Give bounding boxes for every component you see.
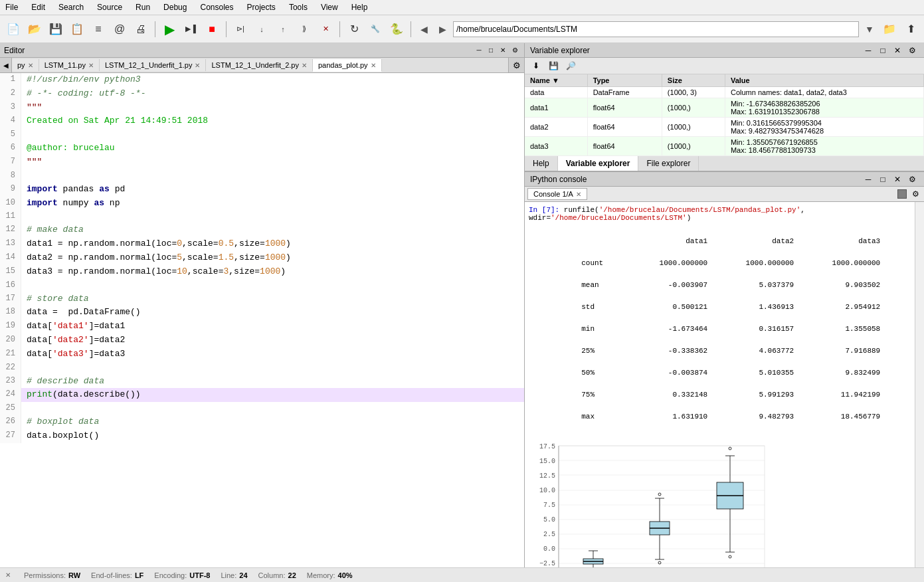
tab-py[interactable]: py ✕ bbox=[12, 59, 39, 71]
ipython-console-tab[interactable]: Console 1/A ✕ bbox=[527, 188, 587, 200]
menu-source[interactable]: Source bbox=[94, 1, 125, 13]
menu-projects[interactable]: Projects bbox=[244, 1, 278, 13]
tab-pandas-close[interactable]: ✕ bbox=[371, 62, 376, 69]
tab-lstm2-label: LSTM_12_1_Underfit_2.py bbox=[211, 61, 298, 69]
path-input[interactable] bbox=[453, 21, 859, 37]
panel-tabs: Help Variable explorer File explorer bbox=[525, 156, 924, 171]
debug-step-in-button[interactable]: ↓ bbox=[252, 20, 271, 39]
var-row-data1[interactable]: data1 float64 (1000,) Min: -1.6734638826… bbox=[525, 98, 924, 118]
editor-close-button[interactable]: ✕ bbox=[498, 45, 508, 56]
line-content-19: data['data1']=data1 bbox=[21, 320, 524, 334]
var-import-button[interactable]: ⬇ bbox=[529, 59, 543, 72]
ipython-stop-button[interactable] bbox=[897, 189, 907, 199]
menu-run[interactable]: Run bbox=[133, 1, 153, 13]
up-button[interactable]: ⬆ bbox=[901, 20, 920, 39]
line-num-2: 2 bbox=[0, 87, 21, 101]
menu-file[interactable]: File bbox=[3, 1, 21, 13]
statusbar-left: ✕ bbox=[5, 571, 13, 579]
var-explorer-maximize-button[interactable]: □ bbox=[876, 45, 889, 56]
col-value[interactable]: Value bbox=[725, 74, 923, 87]
var-explorer-settings-button[interactable]: ⚙ bbox=[905, 45, 919, 56]
debug-continue-button[interactable]: ⟫ bbox=[295, 20, 314, 39]
col-size[interactable]: Size bbox=[662, 74, 725, 87]
tab-pandas[interactable]: pandas_plot.py ✕ bbox=[313, 59, 382, 72]
nav-back-button[interactable]: ◀ bbox=[416, 21, 432, 37]
editor-content[interactable]: 1 #!/usr/bin/env python3 2 # -*- coding:… bbox=[0, 73, 524, 567]
path-dropdown-button[interactable]: ▼ bbox=[862, 21, 878, 37]
at-button[interactable]: @ bbox=[110, 20, 129, 39]
debug-step-out-button[interactable]: ↑ bbox=[274, 20, 292, 39]
var-row-data3[interactable]: data3 float64 (1000,) Min: 1.35505766719… bbox=[525, 137, 924, 156]
reload-button[interactable]: ↻ bbox=[345, 20, 363, 39]
var-save-button[interactable]: 💾 bbox=[546, 59, 561, 72]
browse-button[interactable]: 📁 bbox=[880, 20, 899, 39]
line-num-9: 9 bbox=[0, 183, 21, 197]
tab-lstm1[interactable]: LSTM_12_1_Underfit_1.py ✕ bbox=[100, 59, 206, 71]
panel-tab-file-explorer[interactable]: File explorer bbox=[638, 156, 699, 171]
list-button[interactable]: ≡ bbox=[89, 20, 108, 39]
tab-lstm11[interactable]: LSTM_11.py ✕ bbox=[39, 59, 100, 71]
ipython-content[interactable]: In [7]: runfile('/home/brucelau/Document… bbox=[525, 202, 924, 567]
var-explorer-minimize-button[interactable]: ─ bbox=[862, 45, 875, 56]
menu-help[interactable]: Help bbox=[349, 1, 371, 13]
var-explorer-close-button[interactable]: ✕ bbox=[891, 45, 904, 56]
ipython-maximize-button[interactable]: □ bbox=[876, 173, 889, 185]
tab-lstm2-close[interactable]: ✕ bbox=[302, 62, 307, 69]
col-name[interactable]: Name ▼ bbox=[525, 74, 587, 87]
ipython-console-tab-close[interactable]: ✕ bbox=[576, 191, 581, 198]
menu-consoles[interactable]: Consoles bbox=[197, 1, 236, 13]
ipython-scrollbar[interactable] bbox=[915, 202, 924, 567]
nav-forward-button[interactable]: ▶ bbox=[434, 21, 450, 37]
code-line-7: 7 """ bbox=[0, 155, 524, 169]
save-file-button[interactable]: 💾 bbox=[46, 20, 65, 39]
statusbar-memory-value: 40% bbox=[338, 571, 353, 579]
line-num-3: 3 bbox=[0, 101, 21, 115]
inspect-button[interactable]: 🔧 bbox=[366, 20, 385, 39]
run-button[interactable]: ▶ bbox=[160, 20, 179, 39]
line-num-14: 14 bbox=[0, 251, 21, 265]
debug-step-over-button[interactable]: ⊳| bbox=[231, 20, 250, 39]
print-button[interactable]: 🖨 bbox=[132, 20, 150, 39]
ipython-settings-button[interactable]: ⚙ bbox=[905, 173, 919, 185]
tab-options-button[interactable]: ⚙ bbox=[508, 58, 524, 72]
panel-tab-help[interactable]: Help bbox=[525, 156, 558, 171]
python-button[interactable]: 🐍 bbox=[387, 20, 406, 39]
editor-tabs: ◀ py ✕ LSTM_11.py ✕ LSTM_12_1_Underfit_1… bbox=[0, 58, 524, 73]
editor-settings-button[interactable]: ⚙ bbox=[509, 45, 520, 56]
editor-header-icons: ─ □ ✕ ⚙ bbox=[474, 45, 520, 56]
menu-search[interactable]: Search bbox=[56, 1, 86, 13]
statusbar-permissions-value: RW bbox=[68, 571, 80, 579]
ipython-close-button[interactable]: ✕ bbox=[891, 173, 904, 185]
editor-maximize-button[interactable]: □ bbox=[486, 45, 496, 56]
new-file-button[interactable]: 📄 bbox=[4, 20, 23, 39]
code-line-19: 19 data['data1']=data1 bbox=[0, 320, 524, 334]
svg-text:15.0: 15.0 bbox=[539, 458, 555, 465]
panel-tab-variable-explorer[interactable]: Variable explorer bbox=[558, 156, 639, 171]
line-content-7: """ bbox=[21, 155, 524, 169]
open-file-button[interactable]: 📂 bbox=[25, 20, 44, 39]
var-filter-button[interactable]: 🔎 bbox=[563, 59, 578, 72]
toolbar: 📄 📂 💾 📋 ≡ @ 🖨 ▶ ▶▐ ■ ⊳| ↓ ↑ ⟫ ✕ ↻ 🔧 🐍 ◀ … bbox=[0, 15, 924, 43]
toolbar-separator-2 bbox=[226, 21, 227, 37]
tab-py-close[interactable]: ✕ bbox=[28, 62, 33, 69]
tab-lstm2[interactable]: LSTM_12_1_Underfit_2.py ✕ bbox=[206, 59, 312, 71]
debug-stop-button[interactable]: ✕ bbox=[316, 20, 335, 39]
statusbar-close-icon[interactable]: ✕ bbox=[5, 571, 11, 579]
menu-edit[interactable]: Edit bbox=[29, 1, 48, 13]
tab-lstm11-close[interactable]: ✕ bbox=[88, 62, 94, 69]
tab-scroll-left-button[interactable]: ◀ bbox=[0, 58, 12, 72]
menu-view[interactable]: View bbox=[318, 1, 341, 13]
ipython-minimize-button[interactable]: ─ bbox=[862, 173, 875, 185]
editor-minimize-button[interactable]: ─ bbox=[474, 45, 484, 56]
menu-debug[interactable]: Debug bbox=[161, 1, 189, 13]
copy-button[interactable]: 📋 bbox=[68, 20, 86, 39]
col-type[interactable]: Type bbox=[587, 74, 662, 87]
menu-tools[interactable]: Tools bbox=[286, 1, 310, 13]
stop-button[interactable]: ■ bbox=[203, 20, 221, 39]
tab-lstm1-close[interactable]: ✕ bbox=[195, 62, 200, 69]
run-file-button[interactable]: ▶▐ bbox=[181, 20, 200, 39]
ipython-options-button[interactable]: ⚙ bbox=[909, 188, 921, 200]
line-content-9: import pandas as pd bbox=[21, 183, 524, 197]
var-row-data[interactable]: data DataFrame (1000, 3) Column names: d… bbox=[525, 87, 924, 98]
var-row-data2[interactable]: data2 float64 (1000,) Min: 0.31615665379… bbox=[525, 118, 924, 137]
